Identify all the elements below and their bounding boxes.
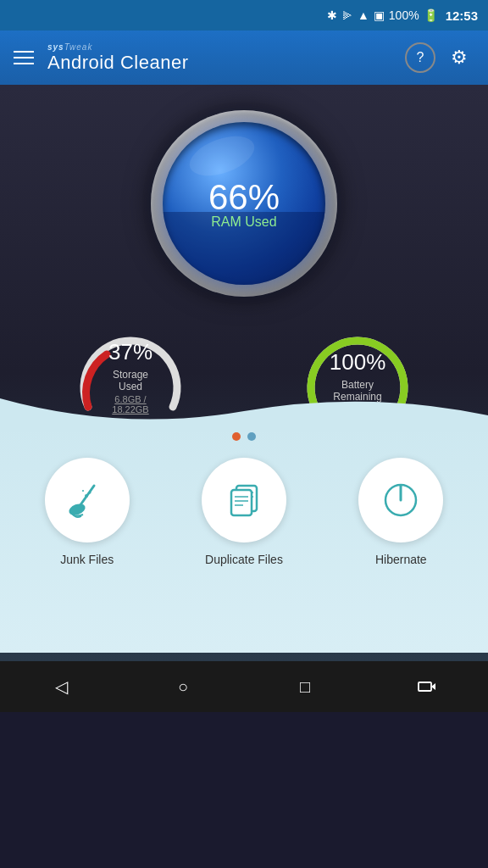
- battery-percent: 100%: [389, 8, 419, 22]
- help-button[interactable]: ?: [405, 42, 435, 73]
- duplicate-files-action[interactable]: Duplicate Files: [202, 458, 286, 566]
- hibernate-circle: [358, 458, 443, 542]
- junk-files-circle: [45, 458, 130, 542]
- page-dot-1: [232, 432, 241, 441]
- duplicate-files-circle: [202, 458, 286, 542]
- menu-button[interactable]: [14, 51, 34, 64]
- recents-button[interactable]: □: [284, 665, 326, 708]
- svg-point-3: [88, 492, 91, 494]
- storage-label: Storage Used: [101, 369, 160, 392]
- ram-gauge-inner: 66% RAM Used: [163, 122, 325, 285]
- svg-rect-15: [419, 682, 431, 691]
- actions-row: Junk Files: [0, 441, 488, 575]
- hibernate-action[interactable]: Hibernate: [358, 458, 443, 566]
- app-title: Android Cleaner: [47, 52, 391, 74]
- ram-percent: 66%: [208, 177, 280, 218]
- junk-files-label: Junk Files: [60, 553, 114, 566]
- wave-top: [0, 390, 488, 432]
- duplicate-files-label: Duplicate Files: [205, 553, 283, 566]
- junk-files-action[interactable]: Junk Files: [45, 458, 130, 566]
- bluetooth-icon: ✱: [327, 8, 337, 22]
- svg-point-4: [82, 490, 84, 492]
- svg-point-2: [85, 494, 88, 498]
- ram-gauge-outer: 66% RAM Used: [151, 110, 337, 297]
- duplicate-icon: [221, 477, 267, 523]
- hibernate-label: Hibernate: [375, 553, 427, 566]
- top-bar-actions: ? ⚙: [405, 42, 474, 73]
- battery-percent: 100%: [328, 349, 387, 376]
- status-time: 12:53: [446, 8, 478, 23]
- bottom-section: Junk Files: [0, 424, 488, 653]
- status-icons: ✱ ⫸ ▲ ▣ 100% 🔋 12:53: [327, 8, 478, 23]
- cast-button[interactable]: [406, 665, 448, 708]
- page-dot-2: [247, 432, 256, 441]
- svg-point-1: [67, 502, 86, 517]
- ram-gauge: 66% RAM Used: [151, 110, 337, 297]
- settings-button[interactable]: ⚙: [444, 42, 474, 73]
- back-button[interactable]: ◁: [40, 665, 82, 708]
- status-bar: ✱ ⫸ ▲ ▣ 100% 🔋 12:53: [0, 0, 488, 31]
- vibrate-icon: ⫸: [341, 8, 353, 22]
- svg-rect-9: [231, 490, 252, 515]
- home-button[interactable]: ○: [162, 665, 204, 708]
- wave-svg: [0, 390, 488, 432]
- cast-icon: [417, 676, 437, 697]
- broom-icon: [64, 477, 110, 523]
- nav-bar: ◁ ○ □: [0, 661, 488, 712]
- ram-label: RAM Used: [211, 214, 276, 230]
- brand-name: sysTweak: [47, 42, 391, 52]
- main-content: 66% RAM Used 37% Storage Used 6.8GB / 18…: [0, 85, 488, 661]
- storage-percent: 37%: [101, 339, 160, 365]
- signal-icon: ▣: [374, 8, 385, 22]
- wifi-icon: ▲: [358, 8, 369, 22]
- title-group: sysTweak Android Cleaner: [47, 42, 391, 74]
- hibernate-icon: [378, 477, 424, 523]
- top-bar: sysTweak Android Cleaner ? ⚙: [0, 31, 488, 85]
- battery-icon: 🔋: [424, 8, 438, 22]
